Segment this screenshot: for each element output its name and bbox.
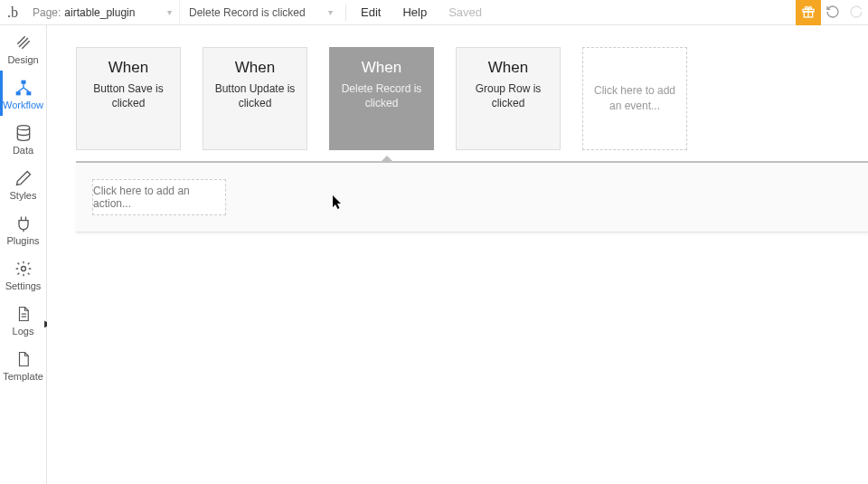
gift-button[interactable] bbox=[796, 0, 821, 25]
event-card[interactable]: When Button Save is clicked bbox=[76, 47, 181, 150]
svg-rect-3 bbox=[21, 81, 25, 84]
workflow-icon bbox=[14, 78, 33, 98]
sidebar-item-settings[interactable]: Settings bbox=[0, 251, 46, 297]
svg-rect-5 bbox=[26, 91, 31, 95]
sidebar: Design Workflow Data Style bbox=[0, 25, 47, 484]
design-icon bbox=[14, 33, 33, 52]
event-card[interactable]: When Button Update is clicked bbox=[203, 47, 307, 150]
add-event-text: Click here to add an event... bbox=[592, 83, 677, 114]
saved-status: Saved bbox=[438, 0, 493, 24]
arrow-up-icon bbox=[380, 156, 394, 163]
event-value: Delete Record is clicked bbox=[189, 6, 306, 19]
styles-icon bbox=[14, 168, 33, 188]
event-dropdown[interactable]: Delete Record is clicked ▾ bbox=[179, 0, 342, 24]
page-label: Page: bbox=[33, 6, 61, 19]
data-icon bbox=[14, 123, 33, 143]
event-when: When bbox=[82, 59, 175, 77]
sidebar-item-label: Design bbox=[7, 54, 38, 65]
undo-button[interactable] bbox=[821, 0, 844, 25]
gear-icon bbox=[14, 259, 33, 279]
actions-panel: Click here to add an action... bbox=[76, 163, 868, 233]
add-action-text: Click here to add an action... bbox=[93, 185, 225, 210]
sidebar-item-label: Plugins bbox=[6, 235, 39, 246]
redo-icon bbox=[849, 5, 863, 22]
events-row: When Button Save is clicked When Button … bbox=[47, 25, 868, 150]
sidebar-item-styles[interactable]: Styles bbox=[0, 161, 46, 206]
logs-icon bbox=[14, 304, 33, 324]
sidebar-item-workflow[interactable]: Workflow bbox=[0, 71, 46, 116]
svg-point-7 bbox=[21, 267, 25, 271]
gift-icon bbox=[801, 5, 816, 22]
edit-menu[interactable]: Edit bbox=[350, 0, 392, 24]
chevron-down-icon: ▾ bbox=[328, 7, 333, 17]
svg-rect-4 bbox=[15, 91, 20, 95]
chevron-down-icon: ▾ bbox=[167, 7, 172, 17]
divider bbox=[345, 5, 346, 21]
event-when: When bbox=[209, 59, 301, 77]
plugins-icon bbox=[14, 214, 33, 233]
sidebar-item-data[interactable]: Data bbox=[0, 116, 46, 161]
template-icon bbox=[14, 349, 33, 369]
page-dropdown[interactable]: Page: airtable_plugin ▾ bbox=[25, 0, 179, 24]
redo-button[interactable] bbox=[844, 0, 868, 25]
sidebar-item-label: Workflow bbox=[3, 100, 43, 110]
sidebar-item-plugins[interactable]: Plugins bbox=[0, 206, 46, 251]
event-desc: Delete Record is clicked bbox=[335, 82, 428, 110]
sidebar-item-label: Template bbox=[3, 371, 43, 382]
workflow-canvas: When Button Save is clicked When Button … bbox=[47, 25, 868, 484]
undo-icon bbox=[826, 5, 840, 22]
add-event-card[interactable]: Click here to add an event... bbox=[582, 47, 687, 150]
add-action-card[interactable]: Click here to add an action... bbox=[92, 179, 226, 215]
event-card[interactable]: When Group Row is clicked bbox=[456, 47, 561, 150]
sidebar-item-label: Data bbox=[13, 145, 33, 156]
event-desc: Group Row is clicked bbox=[462, 82, 554, 110]
sidebar-item-label: Settings bbox=[5, 280, 42, 291]
sidebar-item-design[interactable]: Design bbox=[0, 25, 46, 71]
topbar: .b Page: airtable_plugin ▾ Delete Record… bbox=[0, 0, 868, 25]
event-when: When bbox=[335, 59, 428, 77]
event-desc: Button Update is clicked bbox=[209, 82, 301, 110]
topbar-right bbox=[796, 0, 868, 25]
sidebar-item-template[interactable]: Template bbox=[0, 342, 46, 387]
sidebar-item-label: Logs bbox=[13, 326, 34, 337]
page-value: airtable_plugin bbox=[64, 6, 135, 19]
logo: .b bbox=[0, 0, 25, 25]
sidebar-item-logs[interactable]: Logs bbox=[0, 297, 46, 342]
help-menu[interactable]: Help bbox=[392, 0, 438, 24]
event-when: When bbox=[462, 59, 554, 77]
event-desc: Button Save is clicked bbox=[82, 82, 175, 110]
svg-point-6 bbox=[17, 126, 29, 130]
event-card-selected[interactable]: When Delete Record is clicked bbox=[329, 47, 434, 150]
sidebar-item-label: Styles bbox=[10, 190, 37, 201]
